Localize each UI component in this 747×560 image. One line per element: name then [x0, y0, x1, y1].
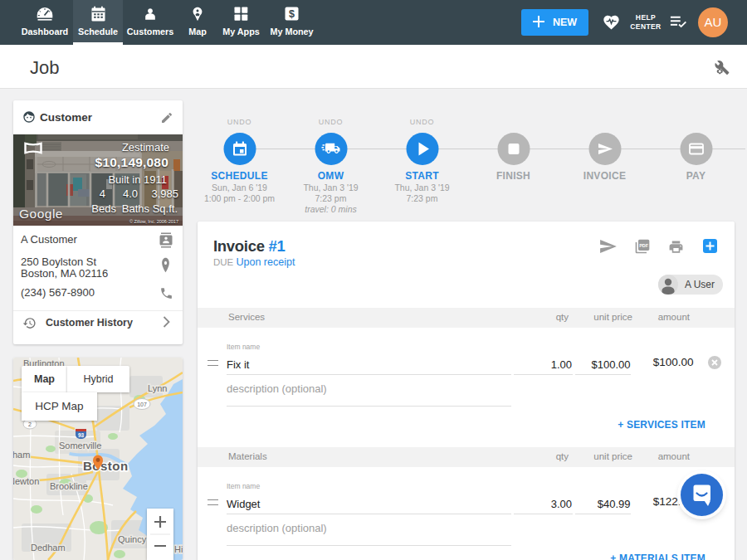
svg-text:Newton: Newton	[13, 476, 39, 486]
svg-text:Somerville: Somerville	[59, 441, 101, 450]
svg-text:107: 107	[137, 402, 147, 407]
svg-text:$: $	[289, 8, 295, 20]
svg-text:ham: ham	[13, 450, 30, 460]
svg-text:PDF: PDF	[639, 243, 649, 248]
svg-text:Hingham: Hingham	[174, 544, 183, 554]
svg-text:Quincy: Quincy	[118, 534, 147, 544]
svg-text:93: 93	[78, 432, 85, 438]
svg-text:2: 2	[28, 421, 32, 427]
svg-text:Boston: Boston	[83, 459, 129, 473]
svg-text:Lynn: Lynn	[148, 383, 167, 393]
svg-text:Dedham: Dedham	[31, 543, 66, 553]
svg-text:Brookline: Brookline	[50, 481, 88, 491]
